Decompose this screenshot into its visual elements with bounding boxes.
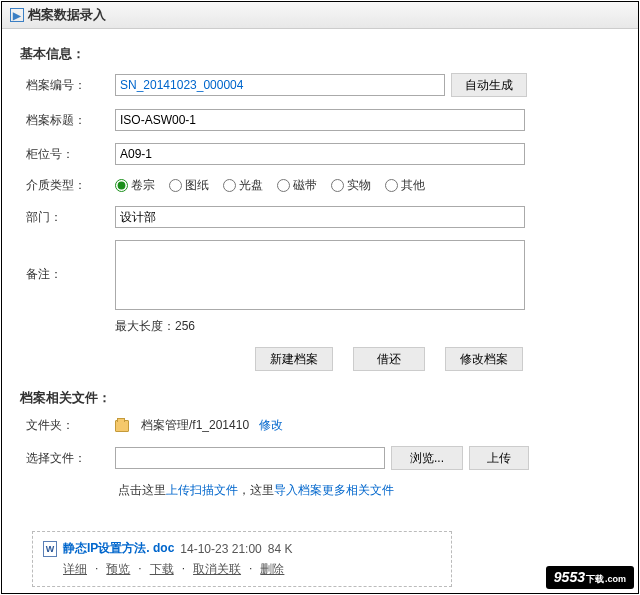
media-radio-3[interactable]	[277, 179, 290, 192]
note-textarea[interactable]	[115, 240, 525, 310]
file-action-preview[interactable]: 预览	[106, 561, 130, 578]
file-name: 静态IP设置方法. doc	[63, 540, 174, 557]
label-select-file: 选择文件：	[20, 450, 115, 467]
label-dept: 部门：	[20, 209, 115, 226]
label-record-no: 档案编号：	[20, 77, 115, 94]
media-radio-4[interactable]	[331, 179, 344, 192]
modify-folder-link[interactable]: 修改	[259, 417, 283, 434]
file-action-delete[interactable]: 删除	[260, 561, 284, 578]
label-title: 档案标题：	[20, 112, 115, 129]
section-basic-info: 基本信息：	[20, 45, 620, 63]
media-type-group: 卷宗 图纸 光盘 磁带 实物 其他	[115, 177, 620, 194]
new-archive-button[interactable]: 新建档案	[255, 347, 333, 371]
upload-hint: 点击这里上传扫描文件，这里导入档案更多相关文件	[20, 482, 620, 499]
media-radio-2[interactable]	[223, 179, 236, 192]
file-time: 14-10-23 21:00	[180, 542, 261, 556]
file-action-detail[interactable]: 详细	[63, 561, 87, 578]
import-more-link[interactable]: 导入档案更多相关文件	[274, 483, 394, 497]
dept-input[interactable]	[115, 206, 525, 228]
label-media: 介质类型：	[20, 177, 115, 194]
page-title: 档案数据录入	[28, 6, 106, 24]
auto-generate-button[interactable]: 自动生成	[451, 73, 527, 97]
maxlen-text: 最大长度：256	[115, 318, 195, 335]
file-size: 84 K	[268, 542, 293, 556]
file-item-box: W 静态IP设置方法. doc 14-10-23 21:00 84 K 详细· …	[32, 531, 452, 587]
label-cabinet: 柜位号：	[20, 146, 115, 163]
cabinet-no-input[interactable]	[115, 143, 525, 165]
media-radio-0[interactable]	[115, 179, 128, 192]
section-related-files: 档案相关文件：	[20, 389, 620, 407]
upload-scan-link[interactable]: 上传扫描文件	[166, 483, 238, 497]
label-folder: 文件夹：	[20, 417, 115, 434]
browse-button[interactable]: 浏览...	[391, 446, 463, 470]
arrow-right-icon: ▶	[10, 8, 24, 22]
file-path-input[interactable]	[115, 447, 385, 469]
media-radio-5[interactable]	[385, 179, 398, 192]
borrow-return-button[interactable]: 借还	[353, 347, 425, 371]
watermark-logo: 9553下载.com	[546, 566, 634, 589]
file-action-download[interactable]: 下载	[150, 561, 174, 578]
archive-title-input[interactable]	[115, 109, 525, 131]
file-action-unlink[interactable]: 取消关联	[193, 561, 241, 578]
folder-path: 档案管理/f1_201410	[141, 417, 249, 434]
upload-button[interactable]: 上传	[469, 446, 529, 470]
doc-icon: W	[43, 541, 57, 557]
media-radio-1[interactable]	[169, 179, 182, 192]
folder-icon	[115, 420, 129, 432]
modify-archive-button[interactable]: 修改档案	[445, 347, 523, 371]
record-no-input[interactable]	[115, 74, 445, 96]
label-note: 备注：	[20, 240, 115, 283]
